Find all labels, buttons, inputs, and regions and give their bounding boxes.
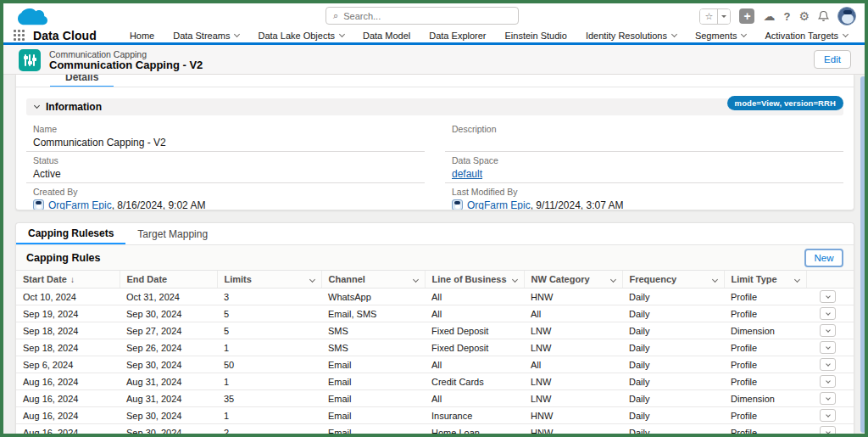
chevron-down-icon bbox=[826, 311, 831, 316]
table-row: Sep 6, 2024Sep 30, 202450EmailAllAllDail… bbox=[16, 356, 854, 373]
table-cell: Sep 19, 2024 bbox=[16, 305, 120, 322]
column-filter-chevron-icon[interactable] bbox=[609, 277, 615, 283]
nav-tab-activation-targets[interactable]: Activation Targets bbox=[755, 27, 857, 44]
details-card: Details Information mode=View, version=R… bbox=[15, 75, 854, 210]
table-cell: HNW bbox=[524, 424, 622, 435]
created-by-user-link[interactable]: OrgFarm Epic bbox=[48, 199, 112, 210]
nav-tab-home[interactable]: Home bbox=[120, 27, 164, 44]
information-section-header[interactable]: Information mode=View, version=RRH bbox=[26, 98, 843, 115]
column-header-actions[interactable] bbox=[806, 271, 854, 289]
column-label: Start Date bbox=[23, 274, 67, 284]
guidance-center-icon[interactable]: ☁ bbox=[763, 10, 775, 22]
nav-tab-label: Data Explorer bbox=[429, 31, 486, 41]
row-actions-button[interactable] bbox=[820, 324, 836, 337]
row-actions-button[interactable] bbox=[820, 341, 836, 354]
notifications-bell-icon[interactable] bbox=[818, 10, 829, 22]
table-cell: LNW bbox=[524, 373, 622, 390]
search-input[interactable] bbox=[343, 11, 511, 21]
row-actions-button[interactable] bbox=[820, 392, 836, 405]
table-cell: Daily bbox=[622, 390, 724, 407]
chevron-down-icon bbox=[826, 361, 831, 367]
nav-tab-identity-resolutions[interactable]: Identity Resolutions bbox=[576, 27, 686, 44]
nav-tab-data-model[interactable]: Data Model bbox=[353, 27, 420, 44]
setup-gear-icon[interactable]: ⚙ bbox=[798, 10, 810, 22]
table-row: Sep 19, 2024Sep 30, 20245Email, SMSAllAl… bbox=[16, 305, 854, 322]
star-icon[interactable]: ☆ bbox=[700, 9, 717, 24]
table-cell: All bbox=[425, 390, 524, 407]
tab-details[interactable]: Details bbox=[50, 75, 114, 87]
chevron-down-icon bbox=[741, 31, 747, 36]
table-header-row: Start Date↓End DateLimitsChannelLine of … bbox=[16, 271, 854, 289]
tab-capping-rulesets[interactable]: Capping Rulesets bbox=[16, 223, 125, 244]
table-cell-actions bbox=[806, 407, 854, 424]
table-cell: Email bbox=[321, 390, 425, 407]
global-actions-icon[interactable]: + bbox=[739, 8, 754, 24]
chevron-down-icon bbox=[34, 103, 40, 109]
column-filter-chevron-icon[interactable] bbox=[711, 277, 717, 283]
table-cell: Profile bbox=[724, 356, 806, 373]
table-cell: Profile bbox=[724, 407, 806, 424]
nav-tab-label: Data Lake Objects bbox=[258, 31, 335, 41]
column-filter-chevron-icon[interactable] bbox=[511, 277, 517, 283]
table-body: Oct 10, 2024Oct 31, 20243WhatsAppAllHNWD… bbox=[16, 289, 854, 435]
column-header-nw-category[interactable]: NW Category bbox=[524, 271, 622, 289]
row-actions-button[interactable] bbox=[820, 290, 836, 303]
table-cell: Sep 26, 2024 bbox=[120, 339, 217, 356]
row-actions-button[interactable] bbox=[820, 375, 836, 388]
table-cell: LNW bbox=[524, 390, 622, 407]
table-cell: All bbox=[425, 305, 524, 322]
row-actions-button[interactable] bbox=[820, 409, 836, 422]
nav-tab-data-explorer[interactable]: Data Explorer bbox=[420, 27, 495, 44]
table-row: Sep 18, 2024Sep 27, 20245SMSFixed Deposi… bbox=[16, 322, 854, 339]
table-cell: Oct 31, 2024 bbox=[120, 289, 217, 305]
field-status-label: Status bbox=[33, 155, 425, 165]
user-avatar[interactable] bbox=[837, 7, 856, 25]
column-header-channel[interactable]: Channel bbox=[321, 271, 425, 289]
nav-tab-activations[interactable]: Activations bbox=[857, 27, 868, 44]
nav-tab-data-streams[interactable]: Data Streams bbox=[164, 27, 248, 44]
table-cell: Oct 10, 2024 bbox=[16, 289, 120, 305]
column-header-start-date[interactable]: Start Date↓ bbox=[16, 271, 120, 289]
column-filter-chevron-icon[interactable] bbox=[309, 277, 314, 283]
column-filter-chevron-icon[interactable] bbox=[793, 277, 799, 283]
nav-tab-data-lake-objects[interactable]: Data Lake Objects bbox=[248, 27, 353, 44]
table-cell-actions bbox=[806, 322, 854, 339]
search-icon: ⌕ bbox=[333, 11, 338, 20]
column-header-frequency[interactable]: Frequency bbox=[622, 271, 724, 289]
details-tab-bar: Details bbox=[16, 75, 854, 87]
new-rule-button[interactable]: New bbox=[804, 249, 843, 267]
favorites-dropdown-icon[interactable] bbox=[717, 9, 730, 24]
table-cell: Daily bbox=[622, 289, 724, 305]
table-cell: 1 bbox=[217, 373, 321, 390]
table-cell: Sep 27, 2024 bbox=[120, 322, 217, 339]
table-cell: All bbox=[524, 305, 622, 322]
column-header-end-date[interactable]: End Date bbox=[120, 271, 217, 289]
field-name-value: Communication Capping - V2 bbox=[33, 137, 425, 148]
app-launcher-icon[interactable] bbox=[14, 30, 25, 41]
table-cell-actions bbox=[806, 373, 854, 390]
column-header-line-of-business[interactable]: Line of Business bbox=[425, 271, 524, 289]
table-cell: 35 bbox=[217, 390, 321, 407]
row-actions-button[interactable] bbox=[820, 307, 836, 320]
table-cell: Aug 16, 2024 bbox=[16, 390, 120, 407]
column-label: Limit Type bbox=[732, 274, 777, 284]
app-name[interactable]: Data Cloud bbox=[33, 29, 97, 42]
row-actions-button[interactable] bbox=[820, 426, 836, 434]
column-header-limit-type[interactable]: Limit Type bbox=[724, 271, 806, 289]
tab-target-mapping[interactable]: Target Mapping bbox=[125, 223, 220, 244]
field-description: Description bbox=[445, 120, 843, 152]
data-space-link[interactable]: default bbox=[452, 168, 482, 180]
last-modified-by-user-link[interactable]: OrgFarm Epic bbox=[467, 199, 531, 210]
nav-tab-einstein-studio[interactable]: Einstein Studio bbox=[496, 27, 576, 44]
column-filter-chevron-icon[interactable] bbox=[412, 277, 418, 283]
nav-tab-segments[interactable]: Segments bbox=[686, 27, 756, 44]
favorites-button[interactable]: ☆ bbox=[699, 8, 731, 25]
help-icon[interactable]: ? bbox=[783, 10, 790, 23]
salesforce-logo-icon[interactable] bbox=[15, 5, 53, 31]
chevron-down-icon bbox=[826, 345, 831, 350]
row-actions-button[interactable] bbox=[820, 358, 836, 371]
global-search[interactable]: ⌕ bbox=[326, 7, 519, 25]
edit-button[interactable]: Edit bbox=[814, 50, 851, 69]
column-header-limits[interactable]: Limits bbox=[217, 271, 321, 289]
vertical-scrollbar[interactable] bbox=[860, 76, 866, 433]
